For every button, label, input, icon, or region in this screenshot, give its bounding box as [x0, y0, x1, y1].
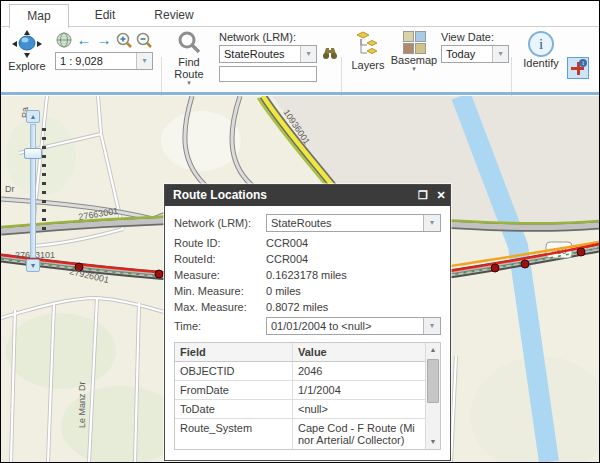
dialog-content: Network (LRM): StateRoutes ▾ Route ID:CC… [165, 206, 450, 450]
scroll-down-icon[interactable]: ▼ [426, 435, 440, 449]
route-input[interactable] [219, 66, 317, 82]
chevron-down-icon[interactable]: ▾ [492, 46, 508, 62]
find-route-button[interactable]: Find Route ▾ [165, 30, 213, 86]
zoom-slider-thumb[interactable] [24, 148, 42, 159]
time-label: Time: [174, 320, 266, 332]
dialog-network-combobox[interactable]: StateRoutes ▾ [266, 214, 441, 232]
close-icon[interactable]: ✕ [432, 185, 450, 206]
value-column-header[interactable]: Value [293, 343, 425, 361]
layers-label: Layers [351, 59, 384, 71]
explore-icon [10, 30, 44, 60]
scale-combobox[interactable]: 1 : 9,028 ▾ [55, 52, 153, 70]
max-measure-label: Max. Measure: [174, 301, 266, 313]
scrollbar-thumb[interactable] [427, 359, 439, 403]
identify-button[interactable]: i Identify [519, 31, 563, 69]
find-route-magnifier-icon [177, 30, 201, 56]
table-row[interactable]: Route_System Cape Cod - F Route (Mi nor … [175, 419, 425, 449]
zoom-out-icon[interactable] [135, 32, 153, 48]
network-lrm-combobox[interactable]: StateRoutes ▾ [219, 45, 317, 63]
tab-map[interactable]: Map [9, 4, 69, 28]
tab-edit[interactable]: Edit [77, 4, 133, 27]
dialog-title: Route Locations [173, 185, 267, 206]
table-row[interactable]: FromDate 1/1/2004 [175, 381, 425, 400]
dialog-title-bar[interactable]: Route Locations ❐ ✕ [165, 185, 450, 206]
layers-icon [355, 31, 381, 59]
scroll-up-icon[interactable]: ▲ [426, 343, 440, 357]
chevron-down-icon[interactable]: ▾ [300, 46, 316, 62]
find-route-label: Find Route [165, 56, 213, 80]
field-column-header[interactable]: Field [175, 343, 293, 361]
dialog-network-label: Network (LRM): [174, 217, 266, 229]
min-measure-label: Min. Measure: [174, 285, 266, 297]
chevron-down-icon: ▾ [412, 66, 416, 72]
scale-value: 1 : 9,028 [56, 55, 136, 67]
info-badge-icon: i [579, 59, 587, 67]
identify-label: Identify [523, 57, 558, 69]
measure-label: Measure: [174, 269, 266, 281]
time-value: 01/01/2004 to <null> [267, 320, 423, 332]
chevron-down-icon[interactable]: ▾ [423, 318, 440, 334]
chevron-down-icon[interactable]: ▾ [136, 53, 152, 69]
basemap-button[interactable]: Basemap ▾ [391, 31, 437, 72]
binoculars-icon[interactable] [321, 46, 339, 62]
measure-value: 0.1623178 miles [266, 269, 347, 281]
routeid-value: CCR004 [266, 253, 308, 265]
route-id-value: CCR004 [266, 237, 308, 249]
network-lrm-value: StateRoutes [220, 48, 300, 60]
map-canvas[interactable]: 450 27663001 27663101 27926001 10936001 … [1, 96, 599, 462]
zoom-in-icon[interactable] [115, 32, 133, 48]
attribute-table: Field Value OBJECTID 2046 FromDate 1/1/2… [174, 342, 441, 450]
identify-info-icon: i [528, 31, 554, 57]
max-measure-value: 0.8072 miles [266, 301, 328, 313]
zoom-slider-up-icon[interactable]: ▲ [26, 110, 40, 123]
route-locations-dialog: Route Locations ❐ ✕ Network (LRM): State… [164, 184, 451, 461]
min-measure-value: 0 miles [266, 285, 301, 297]
table-header-row: Field Value [175, 343, 425, 362]
previous-extent-icon[interactable]: ← [75, 32, 93, 48]
chevron-down-icon[interactable]: ▾ [423, 215, 440, 231]
network-lrm-label: Network (LRM): [219, 31, 296, 43]
routeid-label: RouteId: [174, 253, 266, 265]
street-label: Le Manz Dr [77, 381, 87, 428]
explore-label: Explore [8, 60, 45, 72]
table-row[interactable]: OBJECTID 2046 [175, 362, 425, 381]
ribbon-body: Explore ← → 1 : 9,028 ▾ Navigate [1, 27, 599, 92]
table-row[interactable]: ToDate <null> [175, 400, 425, 419]
ribbon: Map Edit Review Explore [1, 1, 599, 96]
identify-route-locations-tool-button[interactable]: i [567, 57, 589, 79]
view-date-label: View Date: [441, 31, 494, 43]
route-id-label: Route ID: [174, 237, 266, 249]
zoom-slider-down-icon[interactable]: ▼ [26, 259, 40, 272]
full-extent-globe-icon[interactable] [55, 32, 73, 48]
street-label: Dr [5, 184, 15, 194]
next-extent-icon[interactable]: → [95, 32, 113, 48]
ribbon-bottom-accent [1, 92, 599, 95]
tab-bar: Map Edit Review [1, 1, 599, 27]
dialog-network-value: StateRoutes [267, 217, 423, 229]
tab-review[interactable]: Review [141, 4, 207, 27]
zoom-slider-ticks [42, 128, 46, 234]
zoom-slider-track[interactable] [30, 124, 36, 258]
application-window: Map Edit Review Explore [0, 0, 600, 463]
chevron-down-icon: ▾ [187, 80, 191, 86]
explore-button[interactable]: Explore [3, 30, 51, 72]
basemap-icon [403, 31, 426, 54]
view-date-value: Today [442, 48, 492, 60]
view-date-combobox[interactable]: Today ▾ [441, 45, 509, 63]
layers-button[interactable]: Layers [347, 31, 389, 71]
maximize-icon[interactable]: ❐ [414, 185, 432, 206]
time-combobox[interactable]: 01/01/2004 to <null> ▾ [266, 317, 441, 335]
table-scrollbar[interactable]: ▲ ▼ [425, 343, 440, 449]
